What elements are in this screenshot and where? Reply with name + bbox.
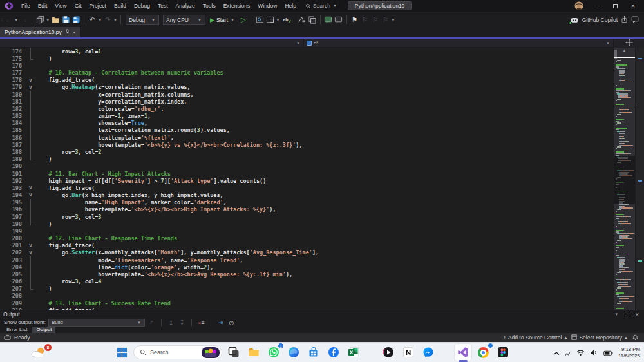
line-number[interactable]: 186 bbox=[0, 135, 26, 141]
copilot-label[interactable]: GitHub Copilot bbox=[582, 17, 618, 23]
taskview-taskbar-icon[interactable] bbox=[225, 344, 242, 361]
menu-git[interactable]: Git bbox=[71, 0, 86, 12]
menu-edit[interactable]: Edit bbox=[34, 0, 52, 12]
line-number[interactable]: 204 bbox=[0, 264, 26, 271]
fold-collapse-icon[interactable]: v bbox=[26, 191, 35, 198]
next-bookmark-icon[interactable]: ⚐ bbox=[371, 14, 380, 26]
fold-collapse-icon[interactable]: v bbox=[26, 77, 35, 84]
chevron-down-icon[interactable]: ▼ bbox=[276, 18, 280, 22]
line-number[interactable]: 176 bbox=[0, 62, 26, 69]
history-icon[interactable]: ◷ bbox=[227, 319, 236, 326]
line-number[interactable]: 179 bbox=[0, 84, 26, 90]
fold-collapse-icon[interactable]: v bbox=[26, 242, 35, 249]
solution-configuration-dropdown[interactable]: Debug▼ bbox=[126, 15, 159, 25]
start-button[interactable] bbox=[113, 344, 130, 361]
scrollbar-track[interactable] bbox=[635, 48, 644, 310]
chevron-down-icon[interactable]: ▼ bbox=[46, 18, 50, 22]
start-debugging-button[interactable]: ▶ Start ▼ bbox=[210, 17, 235, 23]
add-to-source-control-button[interactable]: ↑ Add to Source Control ▲ bbox=[504, 334, 568, 341]
uncomment-icon[interactable] bbox=[334, 14, 343, 26]
messenger-taskbar-icon[interactable] bbox=[420, 344, 437, 361]
line-number[interactable]: 190 bbox=[0, 163, 26, 169]
line-number[interactable]: 201 bbox=[0, 242, 26, 249]
line-number[interactable]: 184 bbox=[0, 120, 26, 126]
avatar[interactable] bbox=[571, 0, 587, 12]
feedback-icon[interactable] bbox=[631, 15, 639, 24]
solution-platform-dropdown[interactable]: Any CPU▼ bbox=[163, 15, 205, 25]
line-number[interactable]: 185 bbox=[0, 127, 26, 133]
navigate-forward-icon[interactable]: → bbox=[19, 14, 28, 26]
menu-view[interactable]: View bbox=[51, 0, 70, 12]
store-taskbar-icon[interactable] bbox=[305, 344, 322, 361]
notifications-bell-icon[interactable] bbox=[632, 333, 639, 342]
line-number[interactable]: 183 bbox=[0, 113, 26, 119]
line-number[interactable]: 191 bbox=[0, 171, 26, 177]
line-number[interactable]: 188 bbox=[0, 149, 26, 155]
clear-all-icon[interactable]: ×≡ bbox=[197, 319, 205, 326]
menu-tools[interactable]: Tools bbox=[199, 0, 220, 12]
member-dropdown[interactable]: df ▼ bbox=[304, 39, 614, 47]
find-in-files-icon[interactable] bbox=[256, 14, 265, 26]
menu-extensions[interactable]: Extensions bbox=[220, 0, 254, 12]
minimize-button[interactable]: — bbox=[589, 0, 605, 12]
line-number[interactable]: 197 bbox=[0, 214, 26, 220]
maximize-button[interactable] bbox=[607, 0, 623, 12]
run-without-debugging-icon[interactable]: ▷ bbox=[241, 16, 246, 23]
line-number[interactable]: 195 bbox=[0, 199, 26, 205]
line-number[interactable]: 202 bbox=[0, 249, 26, 256]
weather-widget[interactable]: 8 bbox=[30, 346, 49, 360]
edge-taskbar-icon[interactable] bbox=[285, 344, 302, 361]
close-panel-icon[interactable]: × bbox=[635, 311, 639, 318]
chevron-down-icon[interactable]: ▼ bbox=[113, 18, 117, 22]
taskbar-clock[interactable]: 9:18 PM 11/6/2025 bbox=[618, 347, 640, 359]
menu-window[interactable]: Window bbox=[254, 0, 281, 12]
select-repository-button[interactable]: Select Repository ▲ bbox=[571, 334, 628, 341]
show-hidden-icons-chevron[interactable] bbox=[553, 347, 560, 359]
bookmark-icon[interactable]: ⚑ bbox=[350, 14, 359, 26]
close-tab-icon[interactable]: × bbox=[73, 30, 76, 35]
line-number[interactable]: 189 bbox=[0, 156, 26, 162]
line-number[interactable]: 193 bbox=[0, 185, 26, 191]
line-number[interactable]: 178 bbox=[0, 77, 26, 83]
panel-tab-error-list[interactable]: Error List bbox=[3, 327, 31, 333]
pen-input-icon[interactable] bbox=[565, 347, 571, 359]
redo-icon[interactable]: ↷ bbox=[103, 14, 112, 26]
previous-bookmark-icon[interactable]: ⚐ bbox=[361, 14, 370, 26]
line-number[interactable]: 203 bbox=[0, 257, 26, 263]
line-number[interactable]: 182 bbox=[0, 106, 26, 112]
menu-test[interactable]: Test bbox=[154, 0, 172, 12]
notion-taskbar-icon[interactable] bbox=[400, 344, 417, 361]
line-number[interactable]: 199 bbox=[0, 228, 26, 234]
code-editor[interactable]: 174 row=3, col=1175 )176177 # 10. Heatma… bbox=[0, 48, 614, 310]
line-pointer-icon[interactable] bbox=[298, 14, 307, 26]
line-number[interactable]: 194 bbox=[0, 192, 26, 198]
chevron-down-icon[interactable]: ▼ bbox=[98, 18, 102, 22]
attach-process-icon[interactable] bbox=[308, 14, 317, 26]
open-file-icon[interactable] bbox=[51, 14, 60, 26]
line-number[interactable]: 208 bbox=[0, 292, 26, 299]
wifi-icon[interactable] bbox=[576, 347, 585, 359]
close-button[interactable]: × bbox=[625, 0, 641, 12]
solution-name[interactable]: PythonApplication10 bbox=[348, 1, 412, 10]
excel-taskbar-icon[interactable] bbox=[345, 344, 362, 361]
line-number[interactable]: 174 bbox=[0, 48, 26, 55]
new-project-icon[interactable] bbox=[35, 14, 44, 26]
line-number[interactable]: 175 bbox=[0, 55, 26, 62]
save-all-icon[interactable] bbox=[71, 14, 80, 26]
titlebar-search[interactable]: Search ▼ bbox=[305, 3, 337, 9]
toolbar-grip[interactable]: ⁞ bbox=[1, 17, 2, 23]
line-number[interactable]: 180 bbox=[0, 91, 26, 98]
facebook-taskbar-icon[interactable] bbox=[325, 344, 342, 361]
line-number[interactable]: 207 bbox=[0, 285, 26, 292]
navigate-back-icon[interactable]: ← bbox=[4, 14, 13, 26]
line-number[interactable]: 210 bbox=[0, 307, 26, 310]
undo-icon[interactable]: ↶ bbox=[88, 14, 97, 26]
menu-file[interactable]: File bbox=[17, 0, 34, 12]
line-number[interactable]: 192 bbox=[0, 178, 26, 184]
menu-project[interactable]: Project bbox=[86, 0, 110, 12]
window-position-icon[interactable]: ▼ bbox=[614, 312, 618, 316]
line-number[interactable]: 206 bbox=[0, 278, 26, 285]
find-message-icon[interactable]: ⌕ bbox=[147, 319, 156, 326]
save-icon[interactable] bbox=[61, 14, 70, 26]
fold-collapse-icon[interactable]: v bbox=[26, 84, 35, 91]
